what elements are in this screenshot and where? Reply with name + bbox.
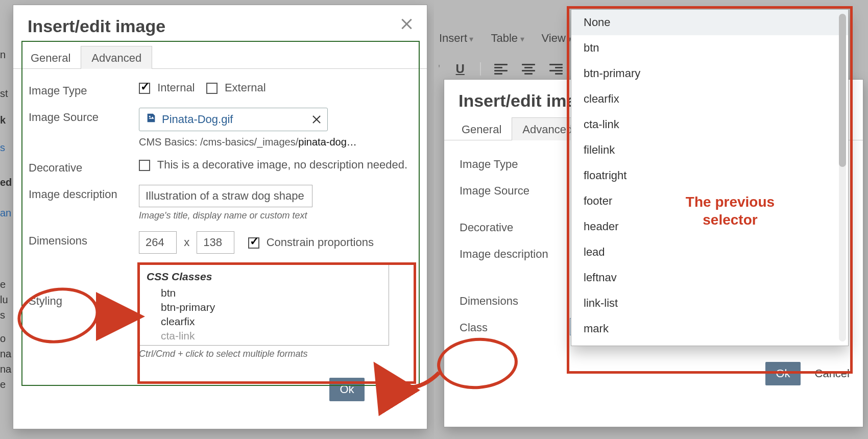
- description-hint: Image's title, display name or custom te…: [139, 210, 414, 221]
- bg-fragment: s: [0, 309, 12, 321]
- checkbox-constrain[interactable]: [248, 237, 259, 249]
- dropdown-option[interactable]: link-list: [571, 290, 848, 316]
- dialog-buttons: Ok Cancel: [444, 356, 863, 391]
- ok-button[interactable]: Ok: [765, 362, 800, 385]
- dropdown-option[interactable]: btn: [571, 35, 848, 61]
- path-prefix: CMS Basics: /cms-basics/_images/: [139, 136, 298, 148]
- label-styling: Styling: [27, 264, 139, 308]
- label-decorative: Decorative: [457, 218, 570, 234]
- label-image-type: Image Type: [457, 155, 570, 171]
- image-source-chip[interactable]: Pinata-Dog.gif: [139, 108, 328, 131]
- dialog-insert-image-left: Insert/edit image General Advanced Image…: [13, 5, 427, 429]
- label-decorative: Decorative: [27, 158, 139, 175]
- menu-view[interactable]: View: [542, 32, 572, 45]
- description-input[interactable]: Illustration of a straw dog shape: [139, 185, 312, 207]
- dimensions-separator: x: [184, 236, 189, 249]
- bg-fragment: lu: [0, 294, 12, 306]
- close-icon[interactable]: [399, 17, 414, 32]
- styling-hint: Ctrl/Cmd + click to select multiple form…: [139, 349, 414, 359]
- dropdown-option[interactable]: None: [571, 10, 848, 35]
- dropdown-option[interactable]: cta-link: [571, 112, 848, 137]
- label-description: Image description: [457, 245, 570, 261]
- scrollbar-thumb[interactable]: [839, 14, 846, 167]
- label-dimensions: Dimensions: [457, 291, 570, 308]
- dialog-title: Insert/edit image: [13, 5, 427, 45]
- style-option[interactable]: clearfix: [161, 314, 381, 329]
- editor-menubar: Insert Table View: [439, 32, 572, 45]
- align-left-icon[interactable]: [493, 61, 509, 77]
- checkbox-internal[interactable]: [139, 83, 150, 94]
- dialog-buttons: Ok Cancel: [13, 372, 427, 406]
- bg-fragment: na: [0, 363, 12, 375]
- bg-fragment: st: [0, 88, 12, 100]
- annotation-text: The previous selector: [674, 193, 786, 229]
- label-image-type: Image Type: [27, 81, 139, 97]
- label-image-source: Image Source: [457, 181, 570, 198]
- align-right-icon[interactable]: [548, 61, 564, 77]
- styling-group-header: CSS Classes: [147, 271, 381, 283]
- image-source-filename: Pinata-Dog.gif: [162, 113, 233, 126]
- label-class: Class: [457, 318, 570, 334]
- dropdown-option[interactable]: lead: [571, 239, 848, 265]
- align-center-icon[interactable]: [521, 61, 536, 77]
- form-body: Image Type Internal External Image Sourc…: [13, 69, 427, 372]
- bg-fragment: s: [0, 142, 12, 154]
- tab-general[interactable]: General: [20, 46, 81, 69]
- dropdown-option[interactable]: floatright: [571, 163, 848, 188]
- styling-listbox[interactable]: CSS Classes btn btn-primary clearfix cta…: [139, 264, 389, 346]
- bg-fragment: e: [0, 379, 12, 391]
- bg-fragment: na: [0, 348, 12, 360]
- dropdown-option[interactable]: filelink: [571, 137, 848, 163]
- bg-fragment: e: [0, 279, 12, 290]
- height-input[interactable]: 138: [197, 231, 234, 254]
- style-option[interactable]: btn: [161, 286, 381, 300]
- dropdown-option[interactable]: btn-primary: [571, 61, 848, 86]
- label-description: Image description: [27, 185, 139, 201]
- menu-table[interactable]: Table: [491, 32, 524, 45]
- tab-advanced[interactable]: Advanced: [81, 46, 152, 69]
- bg-fragment: ed: [0, 177, 12, 188]
- decorative-text: This is a decorative image, no descripti…: [157, 158, 407, 171]
- style-option[interactable]: btn-primary: [161, 300, 381, 314]
- constrain-label: Constrain proportions: [267, 236, 374, 249]
- stage: n st k s ed an e lu s o na na e Insert/e…: [0, 0, 868, 439]
- checkbox-external[interactable]: [206, 83, 218, 94]
- menu-insert[interactable]: Insert: [439, 32, 473, 45]
- clear-source-icon[interactable]: [312, 115, 321, 124]
- option-external: External: [225, 81, 266, 94]
- bg-fragment: n: [0, 49, 12, 61]
- cancel-button[interactable]: Cancel: [379, 383, 414, 396]
- bg-fragment: an: [0, 207, 12, 219]
- ok-button[interactable]: Ok: [329, 378, 364, 401]
- path-tail: pinata-dog…: [298, 136, 357, 148]
- bg-fragment: o: [0, 333, 12, 345]
- tabs: General Advanced: [13, 45, 427, 69]
- checkbox-decorative[interactable]: [139, 160, 150, 171]
- underline-icon[interactable]: U: [452, 61, 468, 77]
- class-dropdown-popup[interactable]: None btn btn-primary clearfix cta-link f…: [571, 9, 849, 346]
- image-source-path: CMS Basics: /cms-basics/_images/pinata-d…: [139, 136, 414, 148]
- label-dimensions: Dimensions: [27, 231, 139, 248]
- cancel-button[interactable]: Cancel: [815, 367, 850, 380]
- option-internal: Internal: [157, 81, 195, 94]
- style-option[interactable]: cta-link: [161, 329, 381, 343]
- tab-general[interactable]: General: [451, 118, 512, 140]
- svg-point-0: [149, 116, 151, 117]
- editor-toolbar: ' U: [438, 61, 564, 77]
- label-image-source: Image Source: [27, 108, 139, 124]
- bg-fragment: k: [0, 114, 12, 126]
- dropdown-list: None btn btn-primary clearfix cta-link f…: [571, 10, 848, 342]
- dropdown-option[interactable]: clearfix: [571, 86, 848, 112]
- dropdown-option[interactable]: mark: [571, 316, 848, 342]
- width-input[interactable]: 264: [139, 231, 177, 254]
- image-file-icon: [146, 112, 157, 127]
- dropdown-option[interactable]: leftnav: [571, 265, 848, 290]
